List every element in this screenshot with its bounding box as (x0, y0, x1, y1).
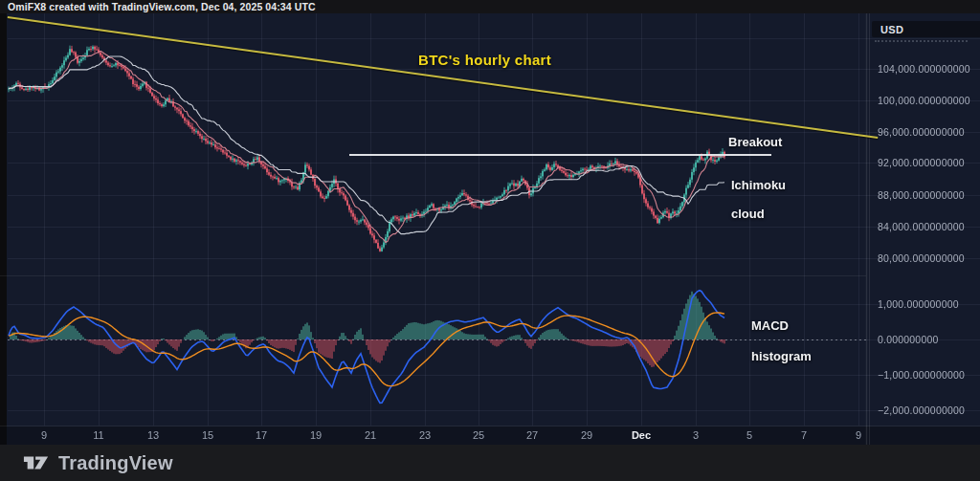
time-axis-label: 27 (526, 429, 538, 441)
chart-title-annotation[interactable]: BTC's hourly chart (418, 52, 551, 68)
time-axis-label: 25 (473, 429, 484, 441)
ichimoku-annotation[interactable]: Ichimoku cloud (731, 164, 786, 235)
macd-annotation-line2: histogram (751, 349, 812, 364)
attribution-bar: OmiFX8 created with TradingView.com, Dec… (0, 0, 980, 13)
tradingview-logo-icon (23, 451, 50, 474)
price-axis-panel[interactable] (869, 13, 980, 445)
time-axis-label: 29 (581, 429, 592, 441)
time-axis-label: 11 (93, 429, 103, 441)
branding-bar: TradingView (0, 445, 980, 481)
time-axis-label: 5 (746, 429, 752, 441)
ichimoku-annotation-line1: Ichimoku (731, 178, 786, 192)
currency-label: USD (880, 24, 903, 35)
macd-annotation[interactable]: MACD histogram (751, 303, 812, 380)
tradingview-logo[interactable]: TradingView (23, 451, 173, 474)
time-axis-label: 15 (202, 429, 213, 441)
time-axis-label: 17 (256, 429, 267, 441)
time-axis-label: 7 (801, 429, 807, 441)
breakout-level-line[interactable] (349, 154, 771, 156)
time-axis-label: Dec (632, 429, 651, 441)
time-axis-label: 3 (693, 429, 699, 441)
time-axis-label: 9 (41, 429, 47, 441)
tradingview-chart-window: OmiFX8 created with TradingView.com, Dec… (0, 0, 980, 481)
currency-chip: USD (872, 21, 980, 37)
time-axis-label: 9 (856, 429, 861, 441)
attribution-text: OmiFX8 created with TradingView.com, Dec… (8, 1, 316, 12)
time-axis-label: 13 (147, 429, 159, 441)
time-axis-label: 23 (419, 429, 431, 441)
time-axis-label: 19 (310, 429, 322, 441)
tradingview-logo-text: TradingView (58, 452, 173, 474)
time-axis-label: 21 (365, 429, 376, 441)
ichimoku-annotation-line2: cloud (731, 207, 786, 221)
chart-canvas[interactable] (0, 0, 980, 481)
macd-annotation-line1: MACD (751, 318, 812, 334)
breakout-annotation[interactable]: Breakout (728, 135, 782, 149)
